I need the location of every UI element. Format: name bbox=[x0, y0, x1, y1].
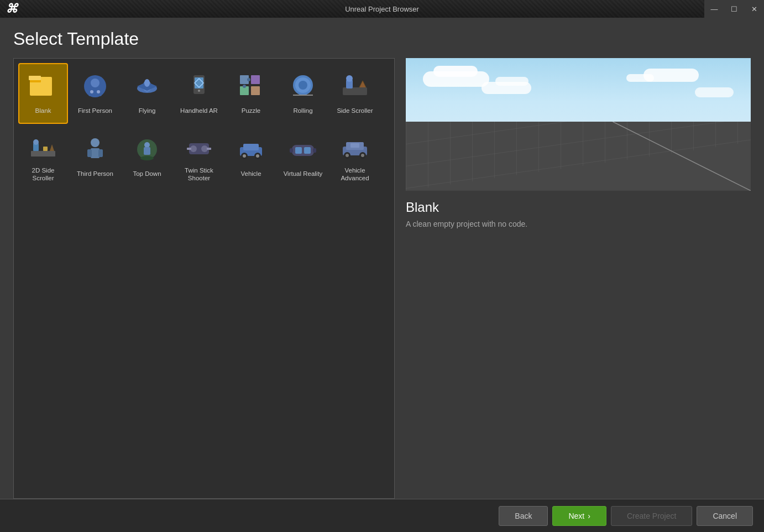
svg-point-39 bbox=[144, 142, 150, 148]
svg-rect-55 bbox=[304, 147, 311, 154]
template-label-rolling: Rolling bbox=[293, 107, 312, 115]
svg-rect-48 bbox=[243, 144, 259, 150]
svg-rect-40 bbox=[144, 147, 150, 155]
svg-point-21 bbox=[247, 78, 250, 81]
svg-rect-33 bbox=[43, 147, 48, 151]
template-label-side-scroller: Side Scroller bbox=[337, 107, 373, 115]
template-item-third-person[interactable]: Third Person bbox=[70, 126, 120, 187]
close-button[interactable]: ✕ bbox=[744, 0, 764, 18]
template-label-blank: Blank bbox=[35, 107, 51, 115]
window-title: Unreal Project Browser bbox=[345, 5, 419, 13]
template-item-handheld-ar[interactable]: Handheld AR bbox=[174, 63, 224, 124]
svg-rect-18 bbox=[251, 75, 260, 84]
template-icon-top-down bbox=[129, 132, 165, 167]
preview-description: A clean empty project with no code. bbox=[406, 220, 751, 228]
template-item-blank[interactable]: Blank bbox=[18, 63, 68, 124]
template-icon-rolling bbox=[285, 69, 321, 104]
svg-rect-46 bbox=[207, 148, 211, 150]
svg-rect-2 bbox=[29, 76, 41, 80]
template-icon-twin-stick-shooter bbox=[181, 132, 217, 164]
content-row: BlankFirst PersonFlyingHandheld ARPuzzle… bbox=[13, 58, 751, 499]
next-arrow-icon: › bbox=[588, 512, 590, 520]
template-item-first-person[interactable]: First Person bbox=[70, 63, 120, 124]
preview-image bbox=[406, 58, 751, 191]
cancel-button[interactable]: Cancel bbox=[697, 506, 753, 526]
preview-title: Blank bbox=[406, 200, 751, 215]
app-logo: ⌘ bbox=[6, 2, 18, 16]
template-label-third-person: Third Person bbox=[77, 170, 113, 178]
svg-rect-20 bbox=[251, 86, 260, 95]
template-icon-blank bbox=[25, 69, 61, 104]
template-label-2d-side-scroller: 2D Side Scroller bbox=[22, 167, 65, 182]
svg-point-4 bbox=[91, 79, 100, 87]
main-content: Select Template BlankFirst PersonFlyingH… bbox=[0, 18, 764, 499]
template-icon-virtual-reality bbox=[285, 132, 321, 167]
svg-rect-57 bbox=[313, 148, 316, 153]
template-label-first-person: First Person bbox=[78, 107, 112, 115]
template-icon-side-scroller bbox=[337, 69, 373, 104]
svg-point-34 bbox=[91, 138, 100, 147]
template-icon-third-person bbox=[77, 132, 113, 167]
next-label: Next bbox=[568, 512, 584, 520]
svg-rect-37 bbox=[98, 149, 103, 157]
template-label-top-down: Top Down bbox=[133, 170, 161, 178]
svg-point-12 bbox=[144, 79, 150, 87]
preview-panel: Blank A clean empty project with no code… bbox=[406, 58, 751, 499]
template-item-virtual-reality[interactable]: Virtual Reality bbox=[278, 126, 328, 187]
title-bar: ⌘ Unreal Project Browser — ☐ ✕ bbox=[0, 0, 764, 18]
svg-point-63 bbox=[361, 154, 364, 157]
ground-svg bbox=[406, 122, 751, 191]
minimize-button[interactable]: — bbox=[704, 0, 724, 18]
template-label-handheld-ar: Handheld AR bbox=[180, 107, 218, 115]
template-item-flying[interactable]: Flying bbox=[122, 63, 172, 124]
svg-point-62 bbox=[346, 154, 349, 157]
bottom-bar: Back Next › Create Project Cancel bbox=[0, 499, 764, 532]
svg-point-41 bbox=[140, 156, 154, 160]
svg-rect-56 bbox=[290, 148, 293, 153]
svg-rect-36 bbox=[87, 149, 92, 157]
template-icon-first-person bbox=[77, 69, 113, 104]
next-button[interactable]: Next › bbox=[552, 506, 606, 526]
template-grid: BlankFirst PersonFlyingHandheld ARPuzzle… bbox=[18, 63, 390, 187]
template-item-2d-side-scroller[interactable]: 2D Side Scroller bbox=[18, 126, 68, 187]
template-item-vehicle[interactable]: Vehicle bbox=[226, 126, 276, 187]
template-label-twin-stick-shooter: Twin Stick Shooter bbox=[177, 167, 221, 182]
template-label-puzzle: Puzzle bbox=[242, 107, 261, 115]
template-icon-flying bbox=[129, 69, 165, 104]
template-label-vehicle-advanced: Vehicle Advanced bbox=[333, 167, 376, 182]
back-button[interactable]: Back bbox=[499, 506, 548, 526]
preview-ground-container bbox=[406, 122, 751, 191]
svg-rect-45 bbox=[187, 148, 191, 150]
svg-rect-30 bbox=[31, 151, 55, 157]
svg-point-6 bbox=[90, 90, 93, 93]
template-icon-puzzle bbox=[233, 69, 269, 104]
template-item-vehicle-advanced[interactable]: Vehicle Advanced bbox=[330, 126, 380, 187]
svg-point-25 bbox=[299, 81, 307, 90]
window-controls: — ☐ ✕ bbox=[704, 0, 764, 18]
template-item-side-scroller[interactable]: Side Scroller bbox=[330, 63, 380, 124]
svg-point-29 bbox=[346, 75, 353, 82]
svg-rect-35 bbox=[91, 148, 100, 158]
template-item-rolling[interactable]: Rolling bbox=[278, 63, 328, 124]
svg-rect-64 bbox=[350, 143, 359, 148]
svg-point-51 bbox=[243, 154, 246, 158]
template-item-top-down[interactable]: Top Down bbox=[122, 126, 172, 187]
template-item-twin-stick-shooter[interactable]: Twin Stick Shooter bbox=[174, 126, 224, 187]
svg-point-7 bbox=[97, 90, 100, 93]
create-project-button: Create Project bbox=[611, 506, 692, 526]
svg-point-32 bbox=[33, 139, 39, 145]
cloud-7 bbox=[626, 74, 654, 82]
svg-point-15 bbox=[198, 90, 200, 92]
maximize-button[interactable]: ☐ bbox=[724, 0, 744, 18]
template-icon-handheld-ar bbox=[181, 69, 217, 104]
svg-rect-27 bbox=[343, 87, 367, 95]
cloud-2 bbox=[433, 66, 478, 77]
template-icon-2d-side-scroller bbox=[25, 132, 61, 164]
template-label-flying: Flying bbox=[139, 107, 156, 115]
page-title: Select Template bbox=[13, 29, 751, 49]
svg-rect-54 bbox=[295, 147, 302, 154]
template-item-puzzle[interactable]: Puzzle bbox=[226, 63, 276, 124]
cloud-4 bbox=[495, 77, 528, 86]
template-label-vehicle: Vehicle bbox=[240, 170, 261, 178]
template-grid-container[interactable]: BlankFirst PersonFlyingHandheld ARPuzzle… bbox=[13, 58, 395, 499]
